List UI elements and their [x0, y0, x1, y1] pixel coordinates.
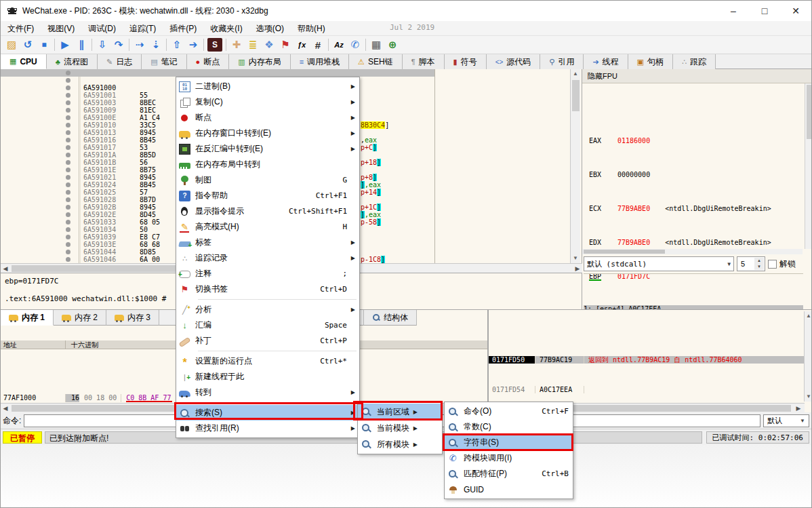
disasm-row[interactable]: 6A591000 55 push ebp [1, 69, 434, 77]
tab-dump-2[interactable]: 内存 2 [54, 310, 106, 326]
registers-vertical-scrollbar[interactable] [805, 83, 812, 249]
menu-plugins[interactable]: 插件(P) [163, 21, 203, 36]
run-to-user-code-button[interactable]: ➔ [185, 37, 201, 53]
menu-item-patch[interactable]: 补丁 Ctrl+P [176, 333, 359, 349]
calculator-button[interactable]: ▦ [368, 37, 384, 53]
registers-horizontal-scrollbar[interactable] [582, 249, 803, 254]
favourites-button[interactable]: ≣ [245, 37, 261, 53]
tab-breakpoints[interactable]: ● 断点 [187, 54, 230, 69]
menu-item-toggle-bookmark[interactable]: 切换书签 Ctrl+D [176, 281, 359, 297]
scroll-left-arrow[interactable]: ◀ [1, 265, 10, 272]
menu-item-highlighting-mode[interactable]: 高亮模式(H) H [176, 219, 359, 235]
menu-item-comment[interactable]: 注释 ; [176, 266, 359, 281]
submenu-item-guid[interactable]: GUID [445, 482, 573, 497]
tab-symbols[interactable]: ▮ 符号 [445, 54, 487, 69]
tab-references[interactable]: ⚲ 引用 [540, 54, 584, 69]
submenu-item-current-module[interactable]: 当前模块 ▶ [358, 420, 442, 436]
step-out-button[interactable]: ⇧ [169, 37, 185, 53]
breakpoint-dot-icon[interactable] [66, 85, 70, 90]
breakpoint-dot-icon[interactable] [66, 115, 70, 120]
tab-trace[interactable]: ∴ 跟踪 [673, 54, 716, 69]
menu-item-instruction-help[interactable]: 指令帮助 Ctrl+F1 [176, 188, 359, 203]
breakpoint-dot-icon[interactable] [66, 250, 70, 254]
stack-row[interactable]: 0171FD50 77B9AC19 返回到 ntdll.77B9AC19 自 n… [489, 356, 805, 364]
breakpoint-dot-icon[interactable] [66, 153, 70, 157]
scroll-right-arrow[interactable]: ▶ [794, 405, 803, 412]
menu-debug[interactable]: 调试(D) [81, 21, 123, 36]
stepper-arrows-icon[interactable]: ▲▼ [754, 258, 764, 270]
menu-item-copy[interactable]: 复制(C) ▶ [176, 94, 359, 110]
tab-handles[interactable]: ▣ 句柄 [628, 54, 673, 69]
menu-item-search[interactable]: 搜索(S) ▶ [176, 405, 359, 421]
menu-item-binary[interactable]: 二进制(B) ▶ [176, 79, 359, 94]
breakpoint-dot-icon[interactable] [66, 182, 70, 187]
device-button[interactable]: ✆ [347, 37, 363, 53]
breakpoint-dot-icon[interactable] [66, 205, 70, 210]
tab-memory-map[interactable]: ▥ 内存布局 [229, 54, 290, 69]
menu-item-goto[interactable]: 转到 ▶ [176, 385, 359, 400]
scroll-down-arrow[interactable]: ▼ [571, 254, 580, 263]
scroll-up-arrow[interactable]: ▲ [805, 311, 812, 321]
registers-pane[interactable]: 隐藏FPU EAX01186000 EBX00000000 ECX77B9ABE… [582, 69, 812, 309]
menu-file[interactable]: 文件(F) [1, 21, 41, 36]
scroll-down-arrow[interactable]: ▼ [805, 392, 812, 402]
submenu-item-command[interactable]: 命令(O) Ctrl+F [445, 404, 573, 419]
breakpoint-dot-icon[interactable] [66, 168, 70, 172]
stack-row[interactable]: 0171FD54 A0C17EEA [489, 386, 805, 393]
tab-seh[interactable]: ⚠ SEH链 [349, 54, 403, 69]
menu-item-assemble[interactable]: 汇编 Space [176, 317, 359, 333]
open-file-button[interactable]: ▨ [3, 37, 20, 53]
scylla-plugin-button[interactable]: S [207, 38, 222, 52]
breakpoint-dot-icon[interactable] [66, 78, 70, 83]
hash-button[interactable]: # [310, 37, 326, 53]
scroll-right-arrow[interactable]: ▶ [573, 265, 582, 272]
breakpoint-dot-icon[interactable] [66, 227, 70, 232]
breakpoint-dot-icon[interactable] [66, 257, 70, 262]
fx-button[interactable]: ƒx [293, 37, 310, 53]
stop-button[interactable]: ■ [36, 37, 52, 53]
breakpoint-dot-icon[interactable] [66, 123, 70, 128]
tab-notes[interactable]: ▤ 笔记 [142, 54, 186, 69]
scroll-thumb[interactable] [572, 80, 580, 111]
step-over-button[interactable]: ↷ [110, 37, 127, 53]
pause-button[interactable]: ∥ [73, 37, 89, 53]
tab-struct[interactable]: 结构体 [364, 310, 417, 326]
breakpoint-dot-icon[interactable] [66, 220, 70, 224]
breakpoint-dot-icon[interactable] [66, 212, 70, 217]
menu-item-show-mnemonic-brief[interactable]: 显示指令提示 Ctrl+Shift+F1 [176, 203, 359, 219]
tab-script[interactable]: ¶ 脚本 [403, 54, 445, 69]
maximize-button[interactable]: □ [749, 1, 780, 21]
minimize-button[interactable]: – [718, 1, 749, 21]
breakpoint-dot-icon[interactable] [66, 130, 70, 135]
submenu-item-intermodular-calls[interactable]: 跨模块调用(I) [445, 450, 573, 466]
tab-source[interactable]: <> 源代码 [487, 54, 541, 69]
menu-favourites[interactable]: 收藏夹(I) [203, 21, 249, 36]
breakpoint-dot-icon[interactable] [66, 197, 70, 202]
patch-button[interactable]: ✚ [228, 37, 245, 53]
trace-into-button[interactable]: ⇢ [131, 37, 148, 53]
breakpoint-dot-icon[interactable] [66, 190, 70, 195]
breakpoint-dot-icon[interactable] [66, 175, 70, 180]
tab-call-stack[interactable]: ≡ 调用堆栈 [291, 54, 349, 69]
breakpoint-dot-icon[interactable] [66, 145, 70, 150]
menu-help[interactable]: 帮助(H) [291, 21, 332, 36]
menu-item-analysis[interactable]: 分析 ▶ [176, 302, 359, 317]
menu-item-follow-in-dump[interactable]: 在内存窗口中转到(E) ▶ [176, 125, 359, 141]
az-case-button[interactable]: Az [331, 37, 347, 53]
stack-pane[interactable]: 0171FD50 77B9AC19 返回到 ntdll.77B9AC19 自 n… [489, 311, 805, 402]
breakpoint-dot-icon[interactable] [66, 100, 70, 105]
menu-view[interactable]: 视图(V) [41, 21, 81, 36]
breakpoint-dot-icon[interactable] [66, 242, 70, 247]
step-into-button[interactable]: ⇩ [94, 37, 110, 53]
submenu-item-current-region[interactable]: 当前区域 ▶ [358, 404, 442, 420]
restart-button[interactable]: ↺ [20, 37, 36, 53]
menu-item-follow-in-memory-map[interactable]: 在内存布局中转到 [176, 157, 359, 172]
calling-convention-select[interactable]: 默认 (stdcall) ▼ [584, 256, 734, 271]
hide-fpu-button[interactable]: 隐藏FPU [582, 69, 812, 83]
tab-dump-1[interactable]: 内存 1 [1, 310, 54, 326]
tags-button[interactable]: ❖ [261, 37, 277, 53]
trace-over-button[interactable]: ⇣ [148, 37, 164, 53]
menu-item-breakpoint[interactable]: 断点 ▶ [176, 110, 359, 125]
scroll-up-arrow[interactable]: ▲ [571, 69, 580, 79]
submenu-item-string-references[interactable]: 字符串(S) [445, 435, 573, 450]
